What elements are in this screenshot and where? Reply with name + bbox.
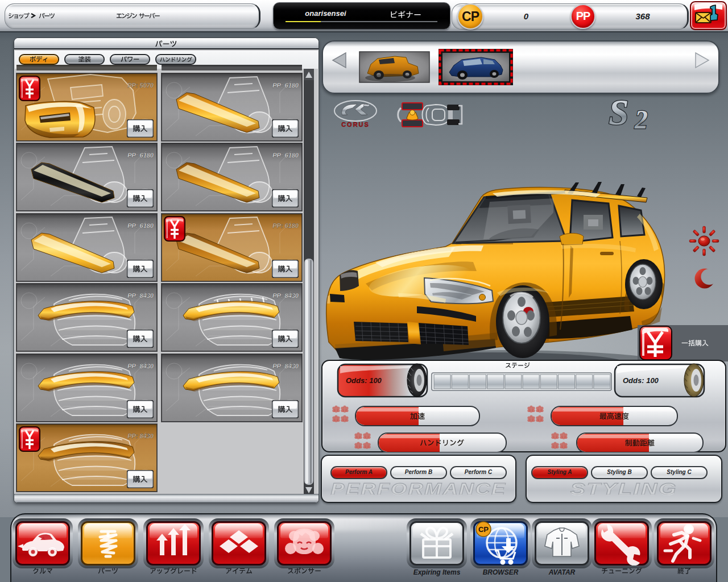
svg-text:PP: 8430: PP: 8430 <box>127 433 154 439</box>
svg-text:CORUS: CORUS <box>341 121 370 128</box>
svg-text:PP: 8430: PP: 8430 <box>272 292 299 299</box>
svg-text:PP: 6180: PP: 6180 <box>127 222 154 229</box>
svg-text:PP: 8430: PP: 8430 <box>127 363 154 369</box>
svg-text:Odds: 100: Odds: 100 <box>623 376 659 385</box>
svg-text:CP: CP <box>478 525 489 534</box>
svg-text:PP: 8430: PP: 8430 <box>127 292 154 299</box>
svg-text:PP: 6180: PP: 6180 <box>272 152 299 159</box>
svg-text:PP: 6180: PP: 6180 <box>272 82 299 89</box>
svg-text:Odds: 100: Odds: 100 <box>346 376 382 385</box>
svg-text:2: 2 <box>634 105 648 132</box>
svg-text:PP: 6180: PP: 6180 <box>127 152 154 159</box>
svg-text:PP: 8430: PP: 8430 <box>272 363 299 369</box>
svg-text:PP: 5070: PP: 5070 <box>127 82 154 89</box>
svg-text:S: S <box>609 95 629 132</box>
svg-text:PP: 6180: PP: 6180 <box>272 222 299 229</box>
